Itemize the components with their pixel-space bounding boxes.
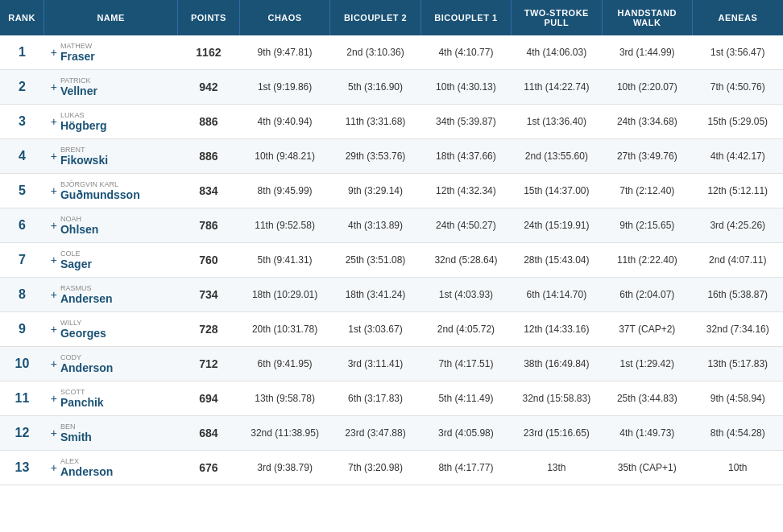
chaos-cell: 10th (9:48.21)	[239, 139, 329, 174]
bicouplet1-cell: 12th (4:32.34)	[420, 174, 511, 208]
chaos-cell: 3rd (9:38.79)	[239, 451, 329, 485]
bicouplet2-cell: 4th (3:13.89)	[330, 208, 420, 243]
aeneas-cell: 1st (3:56.47)	[692, 35, 783, 70]
athlete-first: Lukas	[60, 111, 107, 119]
rank-cell: 1	[0, 35, 44, 70]
table-row: 11 + Scott Panchik 694 13th (9:58.78) 6t…	[0, 381, 783, 416]
aeneas-cell: 3rd (4:25.26)	[692, 208, 783, 243]
twostrokepull-cell: 23rd (15:16.65)	[512, 416, 602, 451]
bicouplet2-cell: 5th (3:16.90)	[330, 70, 420, 105]
rank-cell: 11	[0, 381, 44, 416]
twostrokepull-cell: 11th (14:22.74)	[512, 70, 602, 105]
chaos-cell: 20th (10:31.78)	[239, 312, 329, 347]
bicouplet1-cell: 7th (4:17.51)	[420, 347, 511, 381]
points-cell: 942	[177, 70, 239, 105]
handstandwalk-cell: 37T (CAP+2)	[602, 312, 692, 347]
header-aeneas: Aeneas	[692, 0, 783, 35]
rank-cell: 7	[0, 243, 44, 278]
points-cell: 786	[177, 208, 239, 243]
athlete-first: Cody	[60, 353, 113, 361]
twostrokepull-cell: 15th (14:37.00)	[512, 174, 602, 208]
expand-icon[interactable]: +	[51, 80, 57, 93]
expand-icon[interactable]: +	[51, 392, 57, 405]
expand-icon[interactable]: +	[51, 46, 57, 59]
points-cell: 834	[177, 174, 239, 208]
name-cell: + Cody Anderson	[44, 347, 178, 381]
twostrokepull-cell: 2nd (13:55.60)	[512, 139, 602, 174]
expand-icon[interactable]: +	[51, 357, 57, 370]
handstandwalk-cell: 4th (1:49.73)	[602, 416, 692, 451]
athlete-last: Fraser	[60, 50, 95, 63]
athlete-last: Anderson	[60, 361, 113, 374]
bicouplet2-cell: 6th (3:17.83)	[330, 381, 420, 416]
name-cell: + Patrick Vellner	[44, 70, 178, 105]
athlete-first: Ben	[60, 423, 92, 431]
name-cell: + Ben Smith	[44, 416, 178, 451]
bicouplet1-cell: 4th (4:10.77)	[420, 35, 511, 70]
twostrokepull-cell: 24th (15:19.91)	[512, 208, 602, 243]
twostrokepull-cell: 4th (14:06.03)	[512, 35, 602, 70]
handstandwalk-cell: 25th (3:44.83)	[602, 381, 692, 416]
athlete-first: Noah	[60, 215, 98, 223]
rank-cell: 12	[0, 416, 44, 451]
table-row: 9 + Willy Georges 728 20th (10:31.78) 1s…	[0, 312, 783, 347]
expand-icon[interactable]: +	[51, 288, 57, 301]
name-cell: + Rasmus Andersen	[44, 278, 178, 312]
points-cell: 1162	[177, 35, 239, 70]
bicouplet1-cell: 5th (4:11.49)	[420, 381, 511, 416]
chaos-cell: 6th (9:41.95)	[239, 347, 329, 381]
bicouplet1-cell: 10th (4:30.13)	[420, 70, 511, 105]
twostrokepull-cell: 1st (13:36.40)	[512, 105, 602, 139]
name-cell: + Alex Anderson	[44, 451, 178, 485]
points-cell: 694	[177, 381, 239, 416]
table-row: 4 + Brent Fikowski 886 10th (9:48.21) 29…	[0, 139, 783, 174]
expand-icon[interactable]: +	[51, 115, 57, 128]
handstandwalk-cell: 35th (CAP+1)	[602, 451, 692, 485]
chaos-cell: 4th (9:40.94)	[239, 105, 329, 139]
header-twostrokepull: Two-Stroke Pull	[512, 0, 602, 35]
athlete-last: Fikowski	[60, 154, 108, 167]
name-cell: + Willy Georges	[44, 312, 178, 347]
points-cell: 676	[177, 451, 239, 485]
expand-icon[interactable]: +	[51, 219, 57, 232]
expand-icon[interactable]: +	[51, 427, 57, 439]
twostrokepull-cell: 28th (15:43.04)	[512, 243, 602, 278]
bicouplet1-cell: 24th (4:50.27)	[420, 208, 511, 243]
rank-cell: 5	[0, 174, 44, 208]
twostrokepull-cell: 6th (14:14.70)	[512, 278, 602, 312]
handstandwalk-cell: 10th (2:20.07)	[602, 70, 692, 105]
header-rank: Rank	[0, 0, 44, 35]
athlete-first: Björgvin Karl	[60, 180, 140, 188]
header-bicouplet2: Bicouplet 2	[330, 0, 420, 35]
athlete-first: Scott	[60, 388, 104, 396]
points-cell: 712	[177, 347, 239, 381]
bicouplet2-cell: 29th (3:53.76)	[330, 139, 420, 174]
rank-cell: 9	[0, 312, 44, 347]
table-row: 2 + Patrick Vellner 942 1st (9:19.86) 5t…	[0, 70, 783, 105]
handstandwalk-cell: 9th (2:15.65)	[602, 208, 692, 243]
athlete-first: Brent	[60, 146, 108, 154]
expand-icon[interactable]: +	[51, 323, 57, 336]
expand-icon[interactable]: +	[51, 254, 57, 266]
header-chaos: Chaos	[239, 0, 329, 35]
expand-icon[interactable]: +	[51, 461, 57, 474]
chaos-cell: 18th (10:29.01)	[239, 278, 329, 312]
bicouplet2-cell: 2nd (3:10.36)	[330, 35, 420, 70]
athlete-first: Alex	[60, 457, 113, 465]
points-cell: 684	[177, 416, 239, 451]
athlete-first: Rasmus	[60, 284, 113, 292]
name-cell: + Lukas Högberg	[44, 105, 178, 139]
twostrokepull-cell: 32nd (15:58.83)	[512, 381, 602, 416]
table-row: 8 + Rasmus Andersen 734 18th (10:29.01) …	[0, 278, 783, 312]
athlete-last: Högberg	[60, 119, 107, 132]
expand-icon[interactable]: +	[51, 150, 57, 163]
aeneas-cell: 9th (4:58.94)	[692, 381, 783, 416]
athlete-first: Cole	[60, 250, 92, 258]
name-cell: + Noah Ohlsen	[44, 208, 178, 243]
bicouplet2-cell: 23rd (3:47.88)	[330, 416, 420, 451]
rank-cell: 2	[0, 70, 44, 105]
table-row: 6 + Noah Ohlsen 786 11th (9:52.58) 4th (…	[0, 208, 783, 243]
athlete-last: Anderson	[60, 465, 113, 478]
handstandwalk-cell: 7th (2:12.40)	[602, 174, 692, 208]
expand-icon[interactable]: +	[51, 184, 57, 197]
